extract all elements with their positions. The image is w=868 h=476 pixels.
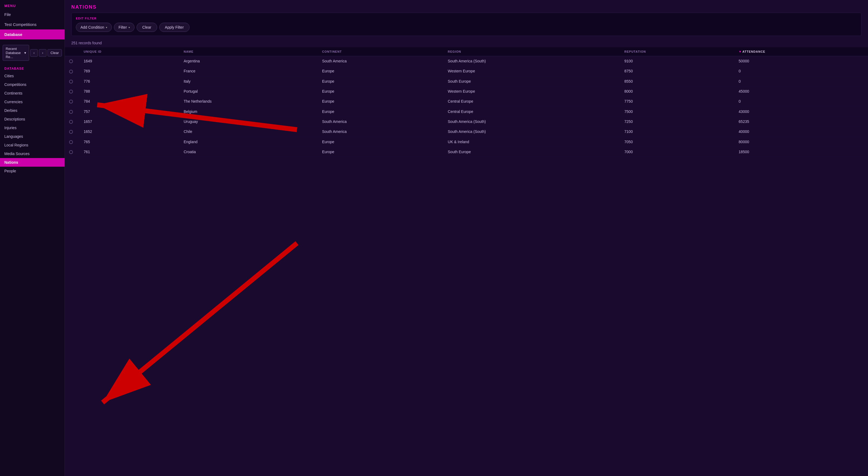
cell-name: Chile — [179, 127, 318, 137]
cell-continent: Europe — [318, 76, 443, 86]
cell-name: Belgium — [179, 107, 318, 116]
cell-attendance: 18500 — [734, 147, 868, 157]
table-row[interactable]: 765EnglandEuropeUK & Ireland705080000 — [65, 137, 868, 147]
cell-continent: South America — [318, 56, 443, 66]
cell-continent: South America — [318, 127, 443, 137]
row-radio-cell — [65, 147, 80, 157]
row-radio-icon[interactable] — [69, 80, 73, 84]
recent-dropdown[interactable]: Recent Database Re... ▾ — [3, 45, 29, 61]
add-condition-label: Add Condition — [81, 25, 104, 29]
row-radio-cell — [65, 56, 80, 66]
row-radio-icon[interactable] — [69, 90, 73, 93]
table-row[interactable]: 1652ChileSouth AmericaSouth America (Sou… — [65, 127, 868, 137]
table-row[interactable]: 784The NetherlandsEuropeCentral Europe77… — [65, 96, 868, 107]
cell-continent: Europe — [318, 86, 443, 96]
db-nav-item-continents[interactable]: Continents — [0, 89, 64, 97]
cell-unique-id: 761 — [80, 147, 179, 157]
chevron-down-icon: ▾ — [106, 26, 107, 29]
db-nav-item-competitions[interactable]: Competitions — [0, 80, 64, 89]
cell-reputation: 8750 — [620, 66, 734, 76]
cell-continent: Europe — [318, 107, 443, 116]
row-radio-cell — [65, 116, 80, 126]
nav-prev-button[interactable]: ‹ — [30, 49, 38, 57]
cell-name: The Netherlands — [179, 96, 318, 107]
row-radio-cell — [65, 107, 80, 116]
table-row[interactable]: 769FranceEuropeWestern Europe87500 — [65, 66, 868, 76]
filter-button[interactable]: Filter ▾ — [114, 23, 134, 32]
row-radio-cell — [65, 127, 80, 137]
nav-next-button[interactable]: › — [39, 49, 46, 57]
sidebar-item-file[interactable]: File — [0, 9, 64, 20]
clear-button[interactable]: Clear — [136, 23, 157, 32]
db-nav-item-languages[interactable]: Languages — [0, 132, 64, 141]
sidebar-item-test-competitions[interactable]: Test Competitions — [0, 20, 64, 29]
cell-region: South America (South) — [443, 116, 620, 126]
db-nav-item-currencies[interactable]: Currencies — [0, 97, 64, 106]
col-header-reputation[interactable]: REPUTATION — [620, 47, 734, 56]
col-header-region[interactable]: REGION — [443, 47, 620, 56]
sort-arrow-icon: ▼ — [739, 50, 742, 53]
header-row: UNIQUE IDNAMECONTINENTREGIONREPUTATION▼A… — [65, 47, 868, 56]
cell-name: Italy — [179, 76, 318, 86]
row-radio-icon[interactable] — [69, 70, 73, 73]
filter-label: Filter — [119, 25, 127, 29]
cell-attendance: 0 — [734, 76, 868, 86]
db-nav-item-injuries[interactable]: Injuries — [0, 123, 64, 132]
cell-attendance: 0 — [734, 96, 868, 107]
db-nav-item-descriptions[interactable]: Descriptions — [0, 115, 64, 123]
cell-reputation: 7250 — [620, 116, 734, 126]
cell-reputation: 7050 — [620, 137, 734, 147]
db-nav-item-nations[interactable]: Nations — [0, 158, 64, 167]
col-header-attendance[interactable]: ▼ATTENDANCE — [734, 47, 868, 56]
row-radio-icon[interactable] — [69, 59, 73, 63]
cell-attendance: 80000 — [734, 137, 868, 147]
cell-region: South Europe — [443, 147, 620, 157]
cell-unique-id: 1657 — [80, 116, 179, 126]
recent-label: Recent Database Re... — [6, 47, 24, 59]
cell-continent: Europe — [318, 96, 443, 107]
db-nav-item-people[interactable]: People — [0, 167, 64, 175]
cell-name: Argentina — [179, 56, 318, 66]
recent-bar: Recent Database Re... ▾ ‹ › Clear — [0, 42, 64, 63]
col-header-continent[interactable]: CONTINENT — [318, 47, 443, 56]
db-nav-item-local-regions[interactable]: Local Regions — [0, 141, 64, 149]
row-radio-icon[interactable] — [69, 150, 73, 154]
row-radio-icon[interactable] — [69, 110, 73, 114]
db-nav-item-derbies[interactable]: Derbies — [0, 106, 64, 115]
row-radio-icon[interactable] — [69, 140, 73, 144]
table-row[interactable]: 788PortugalEuropeWestern Europe800045000 — [65, 86, 868, 96]
db-nav-item-media-sources[interactable]: Media Sources — [0, 149, 64, 158]
col-header-unique-id[interactable]: UNIQUE ID — [80, 47, 179, 56]
col-header-name[interactable]: NAME — [179, 47, 318, 56]
table-row[interactable]: 757BelgiumEuropeCentral Europe750043000 — [65, 107, 868, 116]
db-nav-item-cities[interactable]: Cities — [0, 71, 64, 80]
data-table-container[interactable]: UNIQUE IDNAMECONTINENTREGIONREPUTATION▼A… — [65, 47, 868, 476]
cell-attendance: 43000 — [734, 107, 868, 116]
sidebar-item-database[interactable]: Database — [0, 29, 64, 39]
table-row[interactable]: 761CroatiaEuropeSouth Europe700018500 — [65, 147, 868, 157]
cell-region: Central Europe — [443, 107, 620, 116]
apply-filter-button[interactable]: Apply Filter — [159, 23, 189, 32]
cell-region: South Europe — [443, 76, 620, 86]
table-row[interactable]: 1657UruguaySouth AmericaSouth America (S… — [65, 116, 868, 126]
row-radio-cell — [65, 137, 80, 147]
cell-continent: South America — [318, 116, 443, 126]
cell-unique-id: 788 — [80, 86, 179, 96]
database-nav-list: CitiesCompetitionsContinentsCurrenciesDe… — [0, 71, 64, 175]
cell-reputation: 9100 — [620, 56, 734, 66]
cell-continent: Europe — [318, 137, 443, 147]
cell-region: Western Europe — [443, 86, 620, 96]
row-radio-icon[interactable] — [69, 130, 73, 134]
chevron-down-icon: ▾ — [128, 26, 130, 29]
cell-continent: Europe — [318, 66, 443, 76]
col-radio — [65, 47, 80, 56]
main-header: NATIONS EDIT FILTER Add Condition ▾ Filt… — [65, 0, 868, 39]
row-radio-icon[interactable] — [69, 120, 73, 124]
add-condition-button[interactable]: Add Condition ▾ — [76, 23, 112, 32]
row-radio-icon[interactable] — [69, 100, 73, 103]
sidebar-clear-button[interactable]: Clear — [48, 49, 62, 56]
table-body: 1649ArgentinaSouth AmericaSouth America … — [65, 56, 868, 157]
table-row[interactable]: 1649ArgentinaSouth AmericaSouth America … — [65, 56, 868, 66]
table-row[interactable]: 776ItalyEuropeSouth Europe85500 — [65, 76, 868, 86]
cell-region: UK & Ireland — [443, 137, 620, 147]
